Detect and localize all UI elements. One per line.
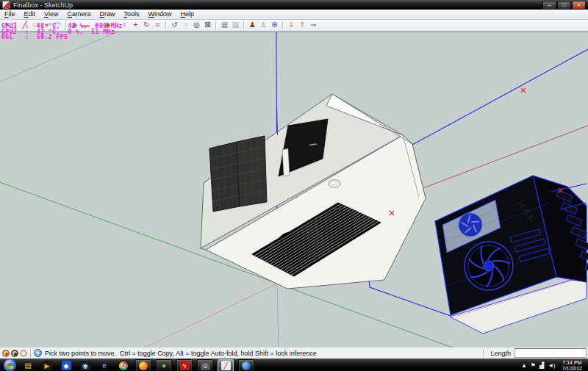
tool-zoom-extents-icon: ⊠: [204, 21, 210, 29]
clock-date: 7/1/2012: [562, 366, 582, 371]
menu-draw[interactable]: Draw: [95, 10, 119, 19]
explorer-icon: ▤: [24, 361, 31, 370]
tool-get-models-icon: ⇓: [288, 21, 294, 29]
tool-zoom-extents-button[interactable]: ⊠: [202, 21, 213, 30]
chrome-icon: [119, 361, 128, 370]
taskbar-clock[interactable]: 7:14 PM 7/1/2012: [562, 360, 582, 371]
power-button: [329, 180, 341, 188]
model-canvas[interactable]: HAF: [0, 32, 588, 347]
tool-add-person-icon: ♙: [260, 21, 267, 29]
sketchup-window-icon: [2, 1, 10, 9]
taskbar-media-player[interactable]: ▶: [40, 360, 54, 371]
tool-add-location-button[interactable]: ▦: [219, 21, 230, 30]
tool-add-location-icon: ▦: [221, 21, 228, 29]
tool-toggle-terrain-button[interactable]: ▨: [230, 21, 241, 30]
help-icon[interactable]: ?: [34, 349, 42, 357]
toolbar-group: ↺☞◎⊠: [169, 21, 213, 30]
start-button[interactable]: [4, 359, 16, 371]
tool-share-component-icon: ⇒: [310, 21, 316, 29]
toolbar-separator: [165, 21, 167, 29]
internet-explorer-icon: e: [102, 361, 107, 370]
menu-edit[interactable]: Edit: [20, 10, 40, 19]
volume-icon[interactable]: ◄): [548, 362, 556, 369]
windows-flag-icon: [7, 363, 13, 369]
geolocation-status-icon[interactable]: [2, 350, 10, 357]
taskbar-globe-app[interactable]: [238, 359, 254, 371]
tuner-app-icon: ⊙: [201, 361, 210, 370]
measurement-input[interactable]: [514, 348, 587, 358]
tool-preview-in-google-earth-button[interactable]: ⊕: [269, 21, 280, 30]
menu-help[interactable]: Help: [176, 10, 198, 19]
tray-expand-icon[interactable]: ▲: [521, 362, 527, 369]
media-player-icon: ▶: [43, 361, 52, 370]
taskbar-firefox[interactable]: [135, 359, 151, 371]
menu-tools[interactable]: Tools: [119, 10, 143, 19]
osd-line: OGL : 50.2 FPS: [1, 35, 123, 40]
sketchup-icon: ╱: [221, 361, 231, 370]
blue-app-icon: ◆: [62, 361, 71, 370]
tool-offset-icon: ≈: [156, 21, 160, 29]
tool-zoom-button[interactable]: ◎: [191, 21, 202, 30]
tool-orbit-icon: ↺: [171, 21, 177, 29]
tool-orbit-button[interactable]: ↺: [169, 21, 180, 30]
network-icon[interactable]: ▟: [539, 362, 544, 369]
toolbar-group: ↑+↻≈: [119, 21, 163, 30]
taskbar-tuner-app[interactable]: ⊙: [197, 359, 213, 371]
signin-status-icon[interactable]: [20, 350, 27, 357]
taskbar-blue-app[interactable]: ◆: [59, 360, 74, 371]
taskbar-steam[interactable]: ◉: [78, 360, 93, 371]
taskbar-chrome[interactable]: [116, 360, 131, 371]
toolbar-separator: [215, 21, 217, 29]
tool-rotate-button[interactable]: ↻: [141, 21, 152, 30]
taskbar-explorer[interactable]: ▤: [21, 360, 35, 371]
desktop: Finalbox - SketchUp – □ × FileEditViewCa…: [0, 0, 588, 371]
taskbar-messenger[interactable]: ●: [156, 359, 172, 371]
tool-rotate-icon: ↻: [143, 21, 149, 29]
tool-share-model-icon: ⇑: [299, 21, 305, 29]
minimize-button[interactable]: –: [542, 1, 556, 10]
menu-view[interactable]: View: [40, 10, 62, 19]
messenger-icon: ●: [162, 361, 166, 370]
tool-share-model-button[interactable]: ⇑: [297, 21, 308, 30]
tool-pan-button[interactable]: ☞: [180, 21, 191, 30]
taskbar: ▤▶◆◉e●ϟ⊙╱ ▲⚑▟◄) 7:14 PM 7/1/2012: [0, 359, 588, 371]
white-case-grille-left: [209, 142, 240, 212]
close-button[interactable]: ×: [572, 1, 586, 10]
menu-window[interactable]: Window: [143, 10, 176, 19]
tool-zoom-icon: ◎: [193, 21, 200, 29]
tool-get-models-button[interactable]: ⇓: [286, 21, 297, 30]
tool-pan-icon: ☞: [182, 21, 189, 29]
measurement-label: Length: [490, 350, 511, 357]
menu-file[interactable]: File: [0, 10, 20, 19]
tool-offset-button[interactable]: ≈: [152, 21, 163, 30]
toolbar-separator: [282, 21, 284, 29]
credit-status-icon[interactable]: [11, 350, 18, 357]
toolbar-group: ▦▨: [219, 21, 241, 30]
tool-photo-textures-button[interactable]: ♟: [247, 21, 258, 30]
lightning-app-icon: ϟ: [180, 361, 190, 370]
status-bar: ? Pick two points to move. Ctrl = toggle…: [0, 347, 588, 359]
tool-move-button[interactable]: +: [130, 21, 141, 30]
taskbar-internet-explorer[interactable]: e: [97, 360, 112, 371]
tool-add-person-button[interactable]: ♙: [258, 21, 269, 30]
clock-time: 7:14 PM: [562, 360, 582, 366]
taskbar-lightning-app[interactable]: ϟ: [176, 359, 193, 371]
firefox-icon: [139, 361, 148, 370]
action-center-flag-icon[interactable]: ⚑: [531, 362, 536, 369]
model-viewport[interactable]: HAF: [0, 32, 588, 347]
tool-photo-textures-icon: ♟: [249, 21, 256, 29]
drive-bay-slot: [282, 148, 290, 176]
menu-camera[interactable]: Camera: [62, 10, 95, 19]
status-separator: [30, 349, 32, 358]
toolbar-group: ♟♙⊕: [247, 21, 280, 30]
tool-preview-in-google-earth-icon: ⊕: [271, 21, 277, 29]
toolbar-group: ⇓⇑⇒: [286, 21, 319, 30]
taskbar-sketchup[interactable]: ╱: [218, 359, 234, 371]
maximize-button[interactable]: □: [557, 1, 571, 10]
tool-share-component-button[interactable]: ⇒: [308, 21, 319, 30]
status-message: Pick two points to move. Ctrl = toggle C…: [45, 350, 317, 357]
steam-icon: ◉: [81, 361, 90, 370]
window-title: Finalbox - SketchUp: [13, 1, 73, 9]
toolbar-separator: [243, 21, 245, 29]
white-case-grille-right: [237, 136, 267, 206]
